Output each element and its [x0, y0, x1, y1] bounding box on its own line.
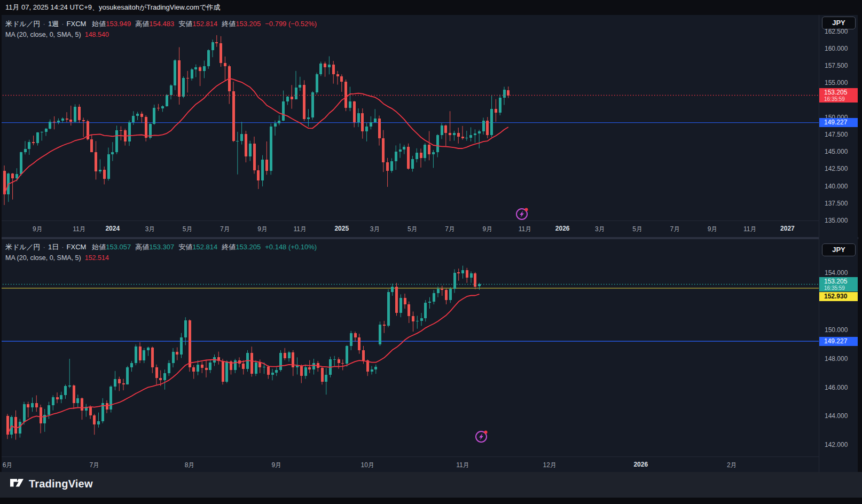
attribution-text: 11月 07, 2025 14:24 UTC+9、yosukesaitohがTr… — [5, 3, 221, 11]
right-margin — [858, 15, 862, 472]
interval-label: 1日 — [48, 243, 59, 251]
price-badge-teal: 153.20516:35:59 — [819, 277, 858, 292]
flash-events-icon[interactable] — [476, 431, 488, 443]
price-tick-label: 146.000 — [825, 384, 848, 391]
open-label: 始値 — [92, 20, 106, 28]
price-tick-label: 157.500 — [825, 62, 848, 69]
time-axis-year-label: 2026 — [633, 461, 648, 468]
left-edge — [0, 15, 2, 472]
time-axis-month-label: 5月 — [183, 225, 193, 234]
high-value: 154.483 — [149, 20, 178, 28]
time-axis-month-label: 11月 — [456, 461, 469, 470]
price-tick-label: 160.000 — [825, 45, 848, 52]
price-tick-label: 147.500 — [825, 131, 848, 138]
time-axis-month-label: 5月 — [408, 225, 418, 234]
time-axis-month-label: 7月 — [220, 225, 230, 234]
price-badge-blue: 149.227 — [819, 118, 858, 127]
interval-label: 1週 — [48, 20, 59, 28]
close-label: 終値 — [222, 243, 236, 251]
time-axis-month-label: 7月 — [445, 225, 455, 234]
open-value: 153.057 — [106, 243, 135, 251]
weekly-chart-plot[interactable] — [0, 15, 819, 220]
change-value: +0.148 (+0.10%) — [265, 243, 317, 251]
time-axis-month-label: 9月 — [482, 225, 492, 234]
time-axis-month-label: 10月 — [361, 461, 374, 470]
time-axis-month-label: 8月 — [185, 461, 195, 470]
symbol-title: 米ドル／円 — [5, 243, 41, 251]
tradingview-logo-icon — [10, 477, 24, 490]
time-axis-month-label: 11月 — [294, 225, 307, 234]
price-tick-label: 150.000 — [825, 326, 848, 334]
tradingview-logo[interactable]: TradingView — [10, 477, 93, 490]
price-badge-red: 153.20516:35:59 — [819, 88, 858, 103]
time-axis-month-label: 9月 — [257, 225, 268, 234]
time-axis-month-label: 7月 — [89, 461, 99, 470]
tradingview-snapshot: 11月 07, 2025 14:24 UTC+9、yosukesaitohがTr… — [0, 0, 862, 504]
high-value: 153.307 — [149, 243, 178, 251]
time-axis-month-label: 3月 — [145, 225, 155, 234]
bar-countdown: 16:35:59 — [824, 285, 858, 291]
price-badge-blue: 149.227 — [819, 337, 858, 346]
flash-events-icon[interactable] — [516, 208, 528, 220]
price-tick-label: 135.000 — [825, 217, 848, 224]
price-tick-label: 142.000 — [825, 441, 848, 448]
exchange-label: FXCM — [67, 243, 87, 251]
time-axis-month-label: 11月 — [743, 225, 756, 234]
close-value: 153.205 — [236, 20, 265, 28]
time-axis-month-label: 9月 — [33, 225, 43, 234]
symbol-title: 米ドル／円 — [5, 20, 41, 28]
time-axis-month-label: 9月 — [708, 225, 718, 234]
time-axis-month-label: 3月 — [595, 225, 605, 234]
time-axis-month-label: 5月 — [632, 225, 642, 234]
weekly-legend: 米ドル／円·1週·FXCM 始値153.949高値154.483安値152.81… — [5, 19, 317, 38]
price-tick-label: 142.500 — [825, 165, 848, 172]
time-axis-month-label: 9月 — [271, 461, 281, 470]
time-axis-month-label: 11月 — [73, 225, 85, 234]
bottom-strip — [0, 498, 862, 504]
ma-label: MA (20, close, 0, SMA, 5) — [5, 31, 81, 38]
price-tick-label: 137.500 — [825, 200, 848, 207]
time-axis-month-label: 12月 — [543, 461, 557, 470]
price-tick-label: 148.000 — [825, 355, 848, 363]
price-tick-label: 155.000 — [825, 79, 848, 86]
close-value: 153.205 — [236, 243, 265, 251]
daily-time-axis[interactable]: 6月7月8月9月10月11月12月20262月 — [0, 456, 819, 472]
pane-divider[interactable] — [0, 237, 862, 239]
open-value: 153.949 — [106, 20, 135, 28]
exchange-label: FXCM — [67, 20, 87, 28]
price-tick-label: 162.500 — [825, 28, 848, 35]
high-label: 高値 — [135, 243, 149, 251]
high-label: 高値 — [135, 20, 149, 28]
low-value: 152.814 — [192, 20, 222, 28]
time-axis-year-label: 2024 — [105, 225, 120, 232]
time-axis-month-label: 3月 — [370, 225, 380, 234]
daily-chart-plot[interactable] — [0, 239, 819, 456]
price-badge-yellow: 152.930 — [819, 292, 858, 301]
footer-bar: TradingView — [0, 472, 862, 498]
time-axis-month-label: 11月 — [519, 225, 531, 234]
low-value: 152.814 — [192, 243, 222, 251]
attribution-bar: 11月 07, 2025 14:24 UTC+9、yosukesaitohがTr… — [0, 0, 862, 15]
time-axis-month-label: 2月 — [727, 461, 737, 470]
time-axis-year-label: 2025 — [334, 225, 349, 232]
price-tick-label: 144.000 — [825, 412, 848, 420]
daily-legend: 米ドル／円·1日·FXCM 始値153.057高値153.307安値152.81… — [5, 242, 317, 262]
price-tick-label: 140.000 — [825, 183, 848, 190]
close-label: 終値 — [222, 20, 236, 28]
weekly-time-axis[interactable]: 9月11月20243月5月7月9月11月20253月5月7月9月11月20263… — [0, 220, 819, 237]
ma-label: MA (20, close, 0, SMA, 5) — [5, 254, 81, 262]
price-axis[interactable]: JPY JPY 162.500160.000157.500155.000150.… — [819, 15, 858, 472]
ma-value: 152.514 — [81, 254, 109, 262]
time-axis-month-label: 6月 — [3, 461, 13, 470]
open-label: 始値 — [92, 243, 106, 251]
bar-countdown: 16:35:59 — [824, 96, 858, 102]
low-label: 安値 — [178, 243, 192, 251]
time-axis-year-label: 2026 — [555, 225, 570, 232]
time-axis-year-label: 2027 — [780, 225, 795, 232]
price-tick-label: 145.000 — [825, 148, 848, 155]
tradingview-logo-text: TradingView — [29, 478, 93, 490]
currency-toggle-daily[interactable]: JPY — [822, 243, 856, 256]
price-tick-label: 154.000 — [825, 269, 848, 277]
time-axis-month-label: 7月 — [670, 225, 680, 234]
low-label: 安値 — [178, 20, 192, 28]
